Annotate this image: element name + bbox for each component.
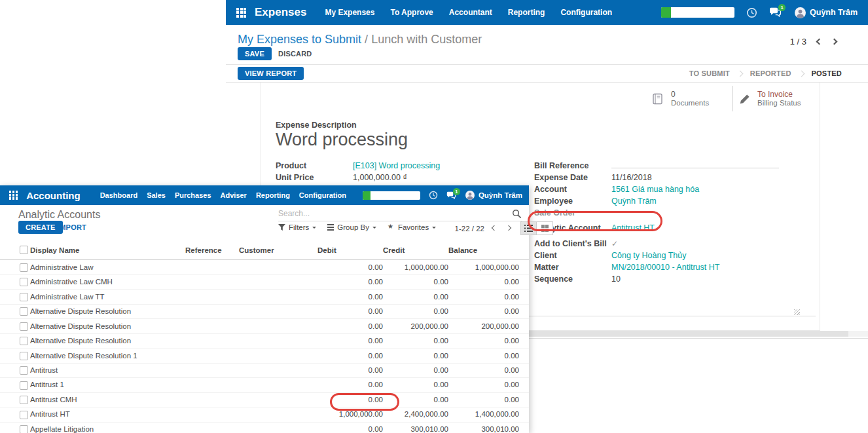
menu-item[interactable]: Purchases xyxy=(175,191,211,199)
table-row[interactable]: Alternative Dispute Resolution 1 0.00 0.… xyxy=(0,348,529,363)
cell-credit: 2,400,000.00 xyxy=(383,407,448,422)
field-value[interactable]: Antitrust HT xyxy=(611,223,655,233)
filter-label: Group By xyxy=(337,223,369,231)
timer-widget[interactable] xyxy=(661,7,734,18)
status-step[interactable]: REPORTED xyxy=(730,69,791,77)
menu-item[interactable]: My Expenses xyxy=(325,8,374,17)
discard-button[interactable]: DISCARD xyxy=(278,50,312,58)
cell-balance: 0.00 xyxy=(448,378,529,392)
form-field-row: Analytic AccountAntitrust HT xyxy=(534,219,809,234)
table-row[interactable]: Administrative Law CMH 0.00 0.00 0.00 xyxy=(0,274,529,289)
clock-icon[interactable] xyxy=(746,7,757,18)
field-value[interactable]: 1,000,000.00 ₫ xyxy=(353,173,407,182)
column-customer[interactable]: Customer xyxy=(239,242,317,260)
menu-item[interactable]: Reporting xyxy=(256,191,290,199)
row-checkbox[interactable] xyxy=(20,366,28,375)
filter-dropdown[interactable]: Filters xyxy=(278,223,316,231)
apps-grid-icon[interactable] xyxy=(236,8,246,18)
resize-grip-icon[interactable] xyxy=(794,309,800,315)
view-report-button[interactable]: VIEW REPORT xyxy=(238,67,304,80)
documents-stat-button[interactable]: 0 Documents xyxy=(644,86,732,111)
field-value[interactable]: 1561 Giá mua hàng hóa xyxy=(611,185,699,194)
billing-status-stat-button[interactable]: To Invoice Billing Status xyxy=(732,86,820,111)
pager-previous-icon[interactable] xyxy=(492,225,497,231)
messages-icon[interactable]: 1 xyxy=(769,7,782,18)
row-checkbox[interactable] xyxy=(20,263,28,272)
table-row[interactable]: Appellate Litigation 0.00 300,010.00 300… xyxy=(0,422,529,433)
column-debit[interactable]: Debit xyxy=(317,242,383,260)
field-value[interactable]: 11/16/2018 xyxy=(611,173,652,182)
user-menu[interactable]: Quỳnh Trâm xyxy=(465,191,522,200)
save-button[interactable]: SAVE xyxy=(238,47,272,60)
field-label: Unit Price xyxy=(276,172,353,183)
cell-reference xyxy=(185,348,239,363)
import-button[interactable]: IMPORT xyxy=(58,223,86,231)
row-checkbox[interactable] xyxy=(20,425,28,433)
field-value[interactable]: Quỳnh Trâm xyxy=(611,197,657,206)
field-value[interactable]: 10 xyxy=(611,274,621,284)
field-value[interactable] xyxy=(611,160,779,168)
table-row[interactable]: Alternative Dispute Resolution 0.00 0.00… xyxy=(0,333,529,348)
cell-balance: 0.00 xyxy=(448,392,529,407)
table-row[interactable]: Antitrust HT 1,000,000.00 2,400,000.00 1… xyxy=(0,407,529,422)
table-row[interactable]: Antitrust 1 0.00 0.00 0.00 xyxy=(0,378,529,392)
expense-description-value[interactable]: Word processing xyxy=(276,130,408,150)
search-icon[interactable] xyxy=(512,209,522,219)
cell-display-name: Antitrust HT xyxy=(30,407,185,422)
row-checkbox[interactable] xyxy=(20,396,28,404)
app-title: Accounting xyxy=(26,190,81,201)
breadcrumb-parent[interactable]: My Expenses to Submit xyxy=(238,33,361,46)
menu-item[interactable]: Sales xyxy=(147,191,166,199)
table-row[interactable]: Antitrust 0.00 0.00 0.00 xyxy=(0,363,529,377)
column-display-name[interactable]: Display Name xyxy=(30,242,185,260)
table-row[interactable]: Administrative Law TT 0.00 0.00 0.00 xyxy=(0,290,529,304)
column-balance[interactable]: Balance xyxy=(448,242,529,260)
status-step[interactable]: POSTED xyxy=(791,69,842,77)
row-checkbox[interactable] xyxy=(20,293,28,301)
menu-item[interactable]: Configuration xyxy=(560,8,612,17)
cell-customer xyxy=(239,363,317,377)
clock-icon[interactable] xyxy=(429,191,438,200)
cell-customer xyxy=(239,319,317,333)
menu-item[interactable]: Configuration xyxy=(299,191,346,199)
row-checkbox[interactable] xyxy=(20,322,28,331)
list-view-button[interactable] xyxy=(520,221,537,235)
row-checkbox[interactable] xyxy=(20,352,28,360)
status-step[interactable]: TO SUBMIT xyxy=(689,69,730,77)
apps-grid-icon[interactable] xyxy=(9,191,18,199)
table-row[interactable]: Antitrust CMH 0.00 0.00 0.00 xyxy=(0,392,529,407)
filter-dropdown[interactable]: Group By xyxy=(327,223,376,231)
row-checkbox[interactable] xyxy=(20,278,28,286)
row-checkbox[interactable] xyxy=(20,381,28,390)
menu-item[interactable]: Accountant xyxy=(449,8,492,17)
pager-next-icon[interactable] xyxy=(831,39,838,45)
search-input[interactable] xyxy=(278,209,512,218)
row-checkbox[interactable] xyxy=(20,337,28,345)
select-all-checkbox[interactable] xyxy=(20,246,28,254)
pager-next-icon[interactable] xyxy=(506,225,511,231)
kanban-view-button[interactable] xyxy=(537,221,553,235)
column-reference[interactable]: Reference xyxy=(185,242,239,260)
row-checkbox[interactable] xyxy=(20,307,28,316)
field-value[interactable]: [E103] Word processing xyxy=(353,161,440,170)
column-credit[interactable]: Credit xyxy=(383,242,448,260)
user-menu[interactable]: Quỳnh Trâm xyxy=(795,7,858,18)
cell-balance: 0.00 xyxy=(448,274,529,289)
chevron-down-icon xyxy=(372,227,376,231)
menu-item[interactable]: Reporting xyxy=(508,8,545,17)
menu-item[interactable]: To Approve xyxy=(390,8,433,17)
menu-item[interactable]: Adviser xyxy=(221,191,247,199)
table-row[interactable]: Administrative Law 0.00 1,000,000.00 1,0… xyxy=(0,260,529,274)
field-value[interactable]: ✓ xyxy=(611,239,618,248)
table-row[interactable]: Alternative Dispute Resolution 0.00 0.00… xyxy=(0,304,529,318)
timer-widget[interactable] xyxy=(363,191,420,200)
pager-previous-icon[interactable] xyxy=(816,39,823,45)
cell-credit: 1,000,000.00 xyxy=(383,260,448,274)
row-checkbox[interactable] xyxy=(20,411,28,419)
table-row[interactable]: Alternative Dispute Resolution 0.00 200,… xyxy=(0,319,529,333)
create-button[interactable]: CREATE xyxy=(18,221,63,234)
field-value[interactable]: MN/2018/00010 - Antitrust HT xyxy=(611,263,719,272)
menu-item[interactable]: Dashboard xyxy=(100,191,137,199)
messages-icon[interactable]: 1 xyxy=(446,191,456,200)
field-value[interactable]: Công ty Hoàng Thủy xyxy=(611,251,686,260)
